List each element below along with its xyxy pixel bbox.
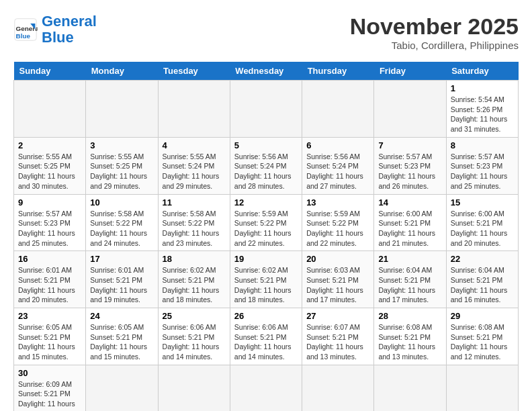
logo: General Blue GeneralBlue	[13, 13, 97, 46]
weekday-header-wednesday: Wednesday	[230, 62, 302, 81]
day-number: 6	[306, 140, 369, 150]
calendar-cell	[230, 365, 302, 411]
weekday-header-sunday: Sunday	[14, 62, 86, 81]
day-number: 9	[18, 197, 81, 208]
day-info: Sunrise: 6:02 AM Sunset: 5:21 PM Dayligh…	[163, 265, 226, 305]
calendar-cell: 25Sunrise: 6:06 AM Sunset: 5:21 PM Dayli…	[158, 308, 230, 365]
svg-text:Blue: Blue	[16, 32, 31, 40]
calendar-cell: 20Sunrise: 6:03 AM Sunset: 5:21 PM Dayli…	[302, 251, 374, 308]
calendar-cell: 18Sunrise: 6:02 AM Sunset: 5:21 PM Dayli…	[158, 251, 230, 308]
day-number: 22	[451, 254, 514, 264]
calendar-week-row: 23Sunrise: 6:05 AM Sunset: 5:21 PM Dayli…	[14, 308, 519, 365]
weekday-header-monday: Monday	[86, 62, 158, 81]
day-number: 3	[90, 140, 153, 150]
day-info: Sunrise: 6:05 AM Sunset: 5:21 PM Dayligh…	[18, 322, 81, 362]
calendar-cell	[302, 365, 374, 411]
day-number: 29	[451, 311, 514, 321]
calendar-week-row: 16Sunrise: 6:01 AM Sunset: 5:21 PM Dayli…	[14, 251, 519, 308]
calendar-cell: 21Sunrise: 6:04 AM Sunset: 5:21 PM Dayli…	[374, 251, 446, 308]
day-number: 17	[90, 254, 153, 264]
weekday-header-saturday: Saturday	[446, 62, 518, 81]
calendar-cell: 14Sunrise: 6:00 AM Sunset: 5:21 PM Dayli…	[374, 194, 446, 251]
weekday-header-thursday: Thursday	[302, 62, 374, 81]
day-number: 16	[18, 254, 81, 264]
day-info: Sunrise: 5:58 AM Sunset: 5:22 PM Dayligh…	[90, 209, 153, 248]
day-number: 13	[306, 197, 369, 208]
day-number: 24	[90, 311, 153, 321]
day-number: 14	[378, 197, 441, 208]
day-number: 25	[163, 311, 226, 321]
calendar-cell	[158, 81, 230, 138]
weekday-header-tuesday: Tuesday	[158, 62, 230, 81]
day-info: Sunrise: 5:54 AM Sunset: 5:26 PM Dayligh…	[451, 95, 514, 134]
calendar-header: SundayMondayTuesdayWednesdayThursdayFrid…	[14, 62, 519, 81]
day-number: 26	[234, 311, 298, 321]
weekday-header-row: SundayMondayTuesdayWednesdayThursdayFrid…	[14, 62, 519, 81]
calendar-cell	[86, 365, 158, 411]
day-info: Sunrise: 6:05 AM Sunset: 5:21 PM Dayligh…	[90, 322, 153, 362]
calendar-cell: 7Sunrise: 5:57 AM Sunset: 5:23 PM Daylig…	[374, 137, 446, 194]
day-number: 4	[163, 140, 226, 150]
calendar-cell: 8Sunrise: 5:57 AM Sunset: 5:23 PM Daylig…	[446, 137, 518, 194]
calendar-cell	[86, 81, 158, 138]
calendar-week-row: 2Sunrise: 5:55 AM Sunset: 5:25 PM Daylig…	[14, 137, 519, 194]
month-title: November 2025	[350, 13, 519, 40]
title-area: November 2025 Tabio, Cordillera, Philipp…	[350, 13, 519, 51]
day-number: 5	[234, 140, 298, 150]
calendar-cell: 27Sunrise: 6:07 AM Sunset: 5:21 PM Dayli…	[302, 308, 374, 365]
calendar-cell	[374, 81, 446, 138]
calendar-cell: 24Sunrise: 6:05 AM Sunset: 5:21 PM Dayli…	[86, 308, 158, 365]
day-number: 8	[451, 140, 514, 150]
calendar-cell: 10Sunrise: 5:58 AM Sunset: 5:22 PM Dayli…	[86, 194, 158, 251]
day-number: 23	[18, 311, 81, 321]
day-info: Sunrise: 6:00 AM Sunset: 5:21 PM Dayligh…	[378, 209, 441, 248]
day-info: Sunrise: 5:56 AM Sunset: 5:24 PM Dayligh…	[306, 152, 369, 191]
calendar-week-row: 1Sunrise: 5:54 AM Sunset: 5:26 PM Daylig…	[14, 81, 519, 138]
day-number: 18	[163, 254, 226, 264]
calendar-cell: 16Sunrise: 6:01 AM Sunset: 5:21 PM Dayli…	[14, 251, 86, 308]
day-info: Sunrise: 6:04 AM Sunset: 5:21 PM Dayligh…	[451, 265, 514, 305]
day-info: Sunrise: 5:55 AM Sunset: 5:25 PM Dayligh…	[18, 152, 81, 191]
day-info: Sunrise: 6:02 AM Sunset: 5:21 PM Dayligh…	[234, 265, 298, 305]
calendar-cell: 2Sunrise: 5:55 AM Sunset: 5:25 PM Daylig…	[14, 137, 86, 194]
calendar-week-row: 30Sunrise: 6:09 AM Sunset: 5:21 PM Dayli…	[14, 365, 519, 411]
day-info: Sunrise: 6:04 AM Sunset: 5:21 PM Dayligh…	[378, 265, 441, 305]
calendar-cell	[374, 365, 446, 411]
weekday-header-friday: Friday	[374, 62, 446, 81]
day-number: 12	[234, 197, 298, 208]
calendar-cell	[302, 81, 374, 138]
calendar-cell: 30Sunrise: 6:09 AM Sunset: 5:21 PM Dayli…	[14, 365, 86, 411]
day-info: Sunrise: 5:56 AM Sunset: 5:24 PM Dayligh…	[234, 152, 298, 191]
day-info: Sunrise: 6:03 AM Sunset: 5:21 PM Dayligh…	[306, 265, 369, 305]
day-info: Sunrise: 6:06 AM Sunset: 5:21 PM Dayligh…	[163, 322, 226, 362]
day-number: 28	[378, 311, 441, 321]
day-info: Sunrise: 6:08 AM Sunset: 5:21 PM Dayligh…	[451, 322, 514, 362]
day-info: Sunrise: 6:00 AM Sunset: 5:21 PM Dayligh…	[451, 209, 514, 248]
day-number: 2	[18, 140, 81, 150]
calendar-cell	[14, 81, 86, 138]
calendar-table: SundayMondayTuesdayWednesdayThursdayFrid…	[13, 62, 519, 411]
calendar-cell: 13Sunrise: 5:59 AM Sunset: 5:22 PM Dayli…	[302, 194, 374, 251]
calendar-cell: 15Sunrise: 6:00 AM Sunset: 5:21 PM Dayli…	[446, 194, 518, 251]
day-info: Sunrise: 6:01 AM Sunset: 5:21 PM Dayligh…	[18, 265, 81, 305]
day-number: 11	[163, 197, 226, 208]
calendar-cell: 11Sunrise: 5:58 AM Sunset: 5:22 PM Dayli…	[158, 194, 230, 251]
day-info: Sunrise: 5:55 AM Sunset: 5:25 PM Dayligh…	[90, 152, 153, 191]
calendar-cell: 22Sunrise: 6:04 AM Sunset: 5:21 PM Dayli…	[446, 251, 518, 308]
header: General Blue GeneralBlue November 2025 T…	[13, 13, 519, 51]
calendar-cell: 23Sunrise: 6:05 AM Sunset: 5:21 PM Dayli…	[14, 308, 86, 365]
location: Tabio, Cordillera, Philippines	[350, 40, 519, 51]
calendar-cell	[446, 365, 518, 411]
calendar-cell: 29Sunrise: 6:08 AM Sunset: 5:21 PM Dayli…	[446, 308, 518, 365]
day-number: 21	[378, 254, 441, 264]
calendar-cell: 6Sunrise: 5:56 AM Sunset: 5:24 PM Daylig…	[302, 137, 374, 194]
day-number: 1	[451, 83, 514, 93]
day-info: Sunrise: 6:06 AM Sunset: 5:21 PM Dayligh…	[234, 322, 298, 362]
day-info: Sunrise: 5:57 AM Sunset: 5:23 PM Dayligh…	[451, 152, 514, 191]
day-info: Sunrise: 5:57 AM Sunset: 5:23 PM Dayligh…	[378, 152, 441, 191]
day-number: 10	[90, 197, 153, 208]
calendar-cell: 12Sunrise: 5:59 AM Sunset: 5:22 PM Dayli…	[230, 194, 302, 251]
day-info: Sunrise: 6:08 AM Sunset: 5:21 PM Dayligh…	[378, 322, 441, 362]
calendar-cell	[158, 365, 230, 411]
day-number: 30	[18, 368, 81, 378]
